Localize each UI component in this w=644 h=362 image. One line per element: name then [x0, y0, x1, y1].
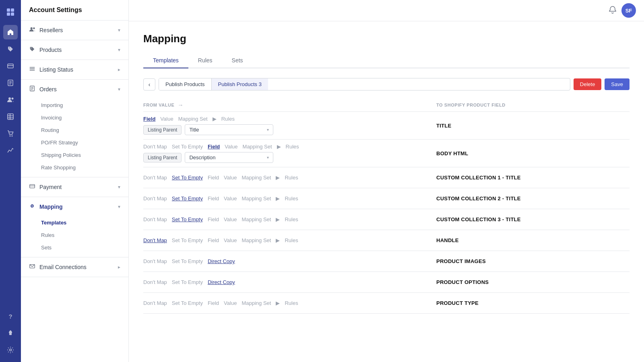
sidebar-item-sets[interactable]: Sets — [21, 241, 128, 254]
cc1-opt-set-empty[interactable]: Set To Empty — [172, 175, 203, 181]
cc2-opt-dont-map[interactable]: Don't Map — [143, 195, 167, 202]
handle-opt-value[interactable]: Value — [224, 237, 237, 243]
sidebar-icon-chart[interactable] — [3, 143, 18, 158]
cc3-opt-arrow[interactable]: ▶ — [276, 216, 280, 222]
title-opt-value[interactable]: Value — [160, 116, 173, 122]
save-button[interactable]: Save — [605, 78, 630, 90]
sidebar-icon-inbox[interactable] — [3, 59, 18, 73]
body-html-opt-dont-map[interactable]: Don't Map — [143, 144, 167, 150]
product-type-opt-value[interactable]: Value — [224, 300, 237, 306]
body-html-opt-arrow[interactable]: ▶ — [277, 144, 281, 150]
cc2-opt-rules[interactable]: Rules — [285, 195, 298, 202]
cc2-opt-value[interactable]: Value — [224, 195, 237, 202]
handle-opt-arrow[interactable]: ▶ — [276, 237, 280, 243]
cc1-opt-rules[interactable]: Rules — [285, 175, 298, 181]
mapping-row-handle: Don't Map Set To Empty Field Value Mappi… — [143, 230, 630, 251]
product-type-opt-set-empty[interactable]: Set To Empty — [172, 300, 203, 306]
cc3-opt-set-empty[interactable]: Set To Empty — [172, 216, 203, 222]
template-tab-publish-products[interactable]: Publish Products — [159, 78, 212, 90]
sidebar-item-shipping-policies[interactable]: Shipping Policies — [21, 149, 128, 161]
cc2-opt-set-empty[interactable]: Set To Empty — [172, 195, 203, 202]
title-opt-mapping-set[interactable]: Mapping Set — [178, 116, 208, 122]
cc3-opt-field[interactable]: Field — [208, 216, 219, 222]
product-images-opt-direct-copy[interactable]: Direct Copy — [208, 258, 235, 264]
product-options-opt-direct-copy[interactable]: Direct Copy — [208, 279, 235, 285]
handle-opt-dont-map[interactable]: Don't Map — [143, 237, 167, 243]
cc3-opt-rules[interactable]: Rules — [285, 216, 298, 222]
nav-section-header-resellers[interactable]: Resellers ▾ — [21, 21, 128, 40]
body-html-opt-mapping-set[interactable]: Mapping Set — [243, 144, 272, 150]
product-type-opt-field[interactable]: Field — [208, 300, 219, 306]
handle-opt-mapping-set[interactable]: Mapping Set — [242, 237, 271, 243]
sidebar-icon-tags[interactable] — [3, 42, 18, 56]
body-html-opt-field[interactable]: Field — [208, 144, 220, 150]
notification-bell[interactable] — [609, 6, 617, 16]
tab-templates[interactable]: Templates — [143, 53, 188, 68]
svg-rect-11 — [8, 114, 13, 119]
body-html-field-row: Listing Parent Description ▾ — [143, 152, 436, 163]
cc3-opt-mapping-set[interactable]: Mapping Set — [242, 216, 271, 222]
sidebar-icon-logo[interactable] — [3, 5, 18, 19]
body-html-opt-set-empty[interactable]: Set To Empty — [172, 144, 203, 150]
product-images-opt-dont-map[interactable]: Don't Map — [143, 258, 167, 264]
cc1-opt-mapping-set[interactable]: Mapping Set — [242, 175, 271, 181]
product-type-opt-dont-map[interactable]: Don't Map — [143, 300, 167, 306]
sidebar-item-routing[interactable]: Routing — [21, 124, 128, 136]
sidebar-item-rate-shopping[interactable]: Rate Shopping — [21, 161, 128, 174]
nav-section-header-listing-status[interactable]: Listing Status ▸ — [21, 60, 128, 79]
handle-opt-rules[interactable]: Rules — [285, 237, 298, 243]
sidebar-icon-cart[interactable] — [3, 126, 18, 141]
title-opt-arrow[interactable]: ▶ — [213, 116, 217, 122]
product-type-opt-rules[interactable]: Rules — [285, 300, 298, 306]
nav-section-header-orders[interactable]: Orders ▾ — [21, 80, 128, 99]
handle-opt-field[interactable]: Field — [208, 237, 219, 243]
sidebar-icon-settings[interactable] — [3, 343, 18, 357]
product-type-opt-mapping-set[interactable]: Mapping Set — [242, 300, 271, 306]
resellers-chevron: ▾ — [118, 27, 120, 33]
nav-section-header-payment[interactable]: Payment ▾ — [21, 177, 128, 197]
cc3-opt-dont-map[interactable]: Don't Map — [143, 216, 167, 222]
sidebar-icon-users[interactable] — [3, 93, 18, 107]
cc2-opt-field[interactable]: Field — [208, 195, 219, 202]
back-button[interactable]: ‹ — [143, 78, 155, 90]
delete-button[interactable]: Delete — [574, 78, 602, 90]
sidebar-icon-docs[interactable] — [3, 76, 18, 90]
sidebar-item-importing[interactable]: Importing — [21, 99, 128, 111]
title-opt-field[interactable]: Field — [143, 116, 155, 122]
nav-section-header-email-connections[interactable]: Email Connections ▸ — [21, 257, 128, 277]
sidebar-icon-table[interactable] — [3, 109, 18, 124]
tab-sets[interactable]: Sets — [222, 53, 253, 68]
body-html-opt-value[interactable]: Value — [225, 144, 237, 150]
nav-section-header-mapping[interactable]: Mapping ▾ — [21, 197, 128, 216]
body-html-field-select[interactable]: Description ▾ — [185, 152, 273, 163]
body-html-opt-rules[interactable]: Rules — [286, 144, 299, 150]
cc2-opt-arrow[interactable]: ▶ — [276, 195, 280, 202]
cc1-opt-field[interactable]: Field — [208, 175, 219, 181]
nav-section-header-products[interactable]: Products ▾ — [21, 40, 128, 60]
product-options-opt-dont-map[interactable]: Don't Map — [143, 279, 167, 285]
user-avatar[interactable]: SF — [621, 3, 636, 18]
sidebar-item-invoicing[interactable]: Invoicing — [21, 111, 128, 124]
title-opt-rules[interactable]: Rules — [221, 116, 235, 122]
sidebar-item-po-fr-strategy[interactable]: PO/FR Strategy — [21, 136, 128, 149]
sidebar-item-templates[interactable]: Templates — [21, 216, 128, 229]
cc1-opt-dont-map[interactable]: Don't Map — [143, 175, 167, 181]
product-images-opt-set-empty[interactable]: Set To Empty — [172, 258, 203, 264]
cc3-row-options: Don't Map Set To Empty Field Value Mappi… — [143, 216, 436, 222]
sidebar-icon-help[interactable]: ? — [3, 309, 18, 323]
cc3-opt-value[interactable]: Value — [224, 216, 237, 222]
mapping-row-product-options: Don't Map Set To Empty Direct Copy PRODU… — [143, 272, 630, 293]
svg-rect-2 — [7, 12, 10, 16]
cc1-opt-value[interactable]: Value — [224, 175, 237, 181]
tab-rules[interactable]: Rules — [188, 53, 222, 68]
cc1-opt-arrow[interactable]: ▶ — [276, 175, 280, 181]
product-options-opt-set-empty[interactable]: Set To Empty — [172, 279, 203, 285]
sidebar-item-rules[interactable]: Rules — [21, 229, 128, 241]
product-type-opt-arrow[interactable]: ▶ — [276, 300, 280, 306]
title-field-select[interactable]: Title ▾ — [185, 124, 273, 135]
handle-opt-set-empty[interactable]: Set To Empty — [172, 237, 203, 243]
sidebar-icon-rocket[interactable] — [3, 326, 18, 340]
cc2-opt-mapping-set[interactable]: Mapping Set — [242, 195, 271, 202]
sidebar-icon-home[interactable] — [3, 25, 18, 39]
template-tab-publish-products-3[interactable]: Publish Products 3 — [212, 78, 268, 90]
